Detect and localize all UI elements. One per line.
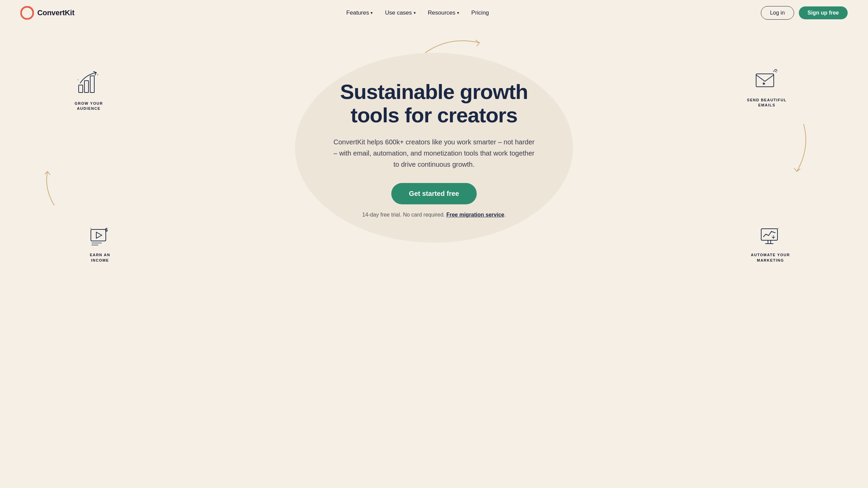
earn-income-label: EARN ANINCOME (88, 252, 112, 263)
chevron-down-icon: ▾ (457, 11, 459, 15)
get-started-button[interactable]: Get started free (391, 183, 477, 204)
login-button[interactable]: Log in (761, 6, 794, 20)
svg-text:✦: ✦ (96, 73, 99, 77)
nav-resources[interactable]: Resources ▾ (428, 9, 459, 16)
feature-grow-audience: ✦ ✦ GROW YOURAUDIENCE (75, 70, 103, 111)
migration-link[interactable]: Free migration service (446, 212, 504, 218)
send-emails-icon: ★ (753, 66, 781, 94)
nav-use-cases[interactable]: Use cases ▾ (385, 9, 415, 16)
svg-rect-3 (90, 76, 94, 93)
logo-text: ConvertKit (37, 8, 74, 17)
nav-links: Features ▾ Use cases ▾ Resources ▾ Prici… (346, 9, 489, 16)
convertkit-logo-icon (20, 6, 34, 20)
svg-text:$: $ (105, 227, 108, 232)
earn-income-icon: $ ✦ (88, 225, 112, 248)
signup-button[interactable]: Sign up free (799, 6, 848, 19)
svg-text:✦: ✦ (77, 78, 79, 81)
send-emails-label: SEND BEAUTIFULEMAILS (747, 98, 787, 108)
navbar: ConvertKit Features ▾ Use cases ▾ Resour… (0, 0, 868, 26)
nav-features[interactable]: Features ▾ (346, 9, 373, 16)
feature-send-emails: ★ SEND BEAUTIFULEMAILS (747, 66, 787, 108)
svg-rect-1 (79, 85, 83, 93)
svg-text:✦: ✦ (90, 227, 92, 230)
logo-link[interactable]: ConvertKit (20, 6, 74, 20)
svg-text:✦: ✦ (777, 227, 780, 230)
automate-icon: ✦ (758, 225, 782, 248)
hero-fine-print: 14-day free trial. No card required. Fre… (319, 212, 549, 218)
hero-title: Sustainable growth tools for creators (319, 80, 549, 127)
grow-audience-label: GROW YOURAUDIENCE (75, 101, 103, 111)
grow-audience-icon: ✦ ✦ (75, 70, 102, 97)
nav-actions: Log in Sign up free (761, 6, 848, 20)
nav-pricing[interactable]: Pricing (471, 9, 489, 16)
arrow-top-decoration (422, 36, 483, 56)
automate-label: AUTOMATE YOURMARKETING (751, 252, 790, 263)
hero-section: ✦ ✦ GROW YOURAUDIENCE ★ SEND BEAUTIFULEM… (0, 26, 868, 270)
feature-earn-income: $ ✦ EARN ANINCOME (88, 225, 112, 263)
svg-marker-9 (96, 232, 102, 238)
hero-content: Sustainable growth tools for creators Co… (319, 80, 549, 218)
hero-subtitle: ConvertKit helps 600k+ creators like you… (332, 137, 536, 170)
chevron-down-icon: ▾ (414, 11, 416, 15)
arrow-right-decoration (787, 121, 807, 175)
chevron-down-icon: ▾ (371, 11, 373, 15)
arrow-left-decoration (37, 168, 58, 209)
feature-automate: ✦ AUTOMATE YOURMARKETING (751, 225, 790, 263)
svg-text:★: ★ (762, 81, 766, 86)
svg-rect-8 (91, 229, 106, 241)
svg-rect-2 (84, 81, 88, 93)
